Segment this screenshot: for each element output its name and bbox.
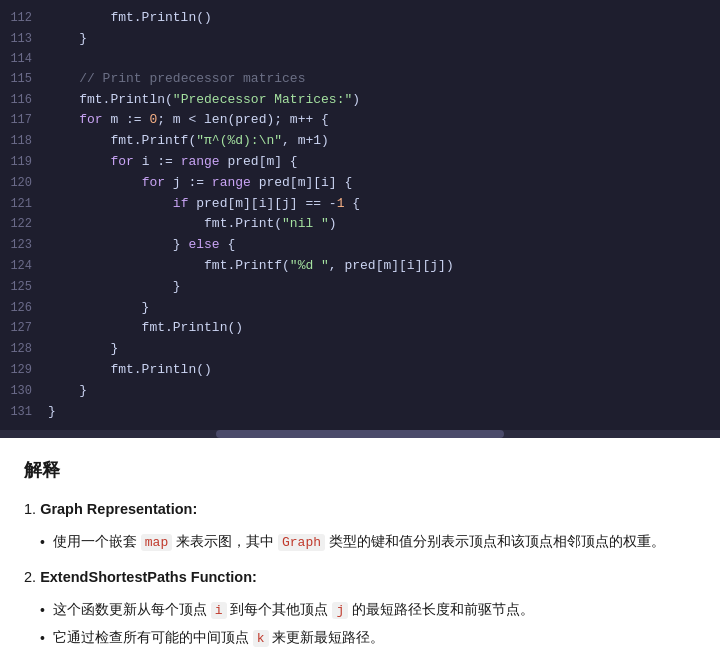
- code-token: , m+1): [282, 133, 329, 148]
- code-token: }: [48, 279, 181, 294]
- code-token: else: [188, 237, 219, 252]
- line-number: 121: [0, 195, 48, 214]
- sub-list: 这个函数更新从每个顶点 i 到每个其他顶点 j 的最短路径长度和前驱节点。它通过…: [24, 598, 696, 652]
- code-line: 130 }: [0, 381, 720, 402]
- line-content: fmt.Println(): [48, 360, 212, 381]
- code-token: range: [212, 175, 251, 190]
- line-content: for m := 0; m < len(pred); m++ {: [48, 110, 329, 131]
- line-number: 124: [0, 257, 48, 276]
- line-content: fmt.Printf("%d ", pred[m][i][j]): [48, 256, 454, 277]
- line-content: }: [48, 339, 118, 360]
- explanation-heading: 2. ExtendShortestPaths Function:: [24, 569, 257, 585]
- bullet-text: 这个函数更新从每个顶点 i 到每个其他顶点 j 的最短路径长度和前驱节点。: [53, 598, 534, 622]
- line-content: }: [48, 277, 181, 298]
- sub-list: 使用一个嵌套 map 来表示图，其中 Graph 类型的键和值分别表示顶点和该顶…: [24, 530, 696, 555]
- line-number: 122: [0, 215, 48, 234]
- line-number: 118: [0, 132, 48, 151]
- line-number: 116: [0, 91, 48, 110]
- code-token: [48, 175, 142, 190]
- code-token: ; m < len(pred); m++ {: [157, 112, 329, 127]
- code-token: if: [173, 196, 189, 211]
- code-line: 113 }: [0, 29, 720, 50]
- bullet-item: 它通过检查所有可能的中间顶点 k 来更新最短路径。: [40, 626, 696, 651]
- code-token: ): [352, 92, 360, 107]
- explanation-item: 1. Graph Representation:使用一个嵌套 map 来表示图，…: [24, 498, 696, 554]
- line-content: fmt.Print("nil "): [48, 214, 337, 235]
- code-token: j :=: [165, 175, 212, 190]
- code-line: 124 fmt.Printf("%d ", pred[m][i][j]): [0, 256, 720, 277]
- code-token: "%d ": [290, 258, 329, 273]
- code-token: pred[m][i][j] == -: [188, 196, 336, 211]
- code-line: 117 for m := 0; m < len(pred); m++ {: [0, 110, 720, 131]
- line-number: 113: [0, 30, 48, 49]
- code-token: {: [220, 237, 236, 252]
- line-number: 128: [0, 340, 48, 359]
- code-token: [48, 112, 79, 127]
- code-token: // Print predecessor matrices: [79, 71, 305, 86]
- code-token: }: [48, 31, 87, 46]
- line-number: 117: [0, 111, 48, 130]
- line-number: 112: [0, 9, 48, 28]
- line-content: } else {: [48, 235, 235, 256]
- code-line: 123 } else {: [0, 235, 720, 256]
- inline-code: map: [141, 534, 172, 551]
- line-content: if pred[m][i][j] == -1 {: [48, 194, 360, 215]
- code-token: }: [48, 341, 118, 356]
- code-token: fmt.Println(: [48, 92, 173, 107]
- line-number: 130: [0, 382, 48, 401]
- code-block: 112 fmt.Println()113 }114115 // Print pr…: [0, 0, 720, 430]
- code-token: "π^(%d):\n": [196, 133, 282, 148]
- explanation-heading: 1. Graph Representation:: [24, 501, 197, 517]
- explanation-section: 解释 1. Graph Representation:使用一个嵌套 map 来表…: [0, 438, 720, 660]
- code-line: 116 fmt.Println("Predecessor Matrices:"): [0, 90, 720, 111]
- code-line: 125 }: [0, 277, 720, 298]
- line-number: 123: [0, 236, 48, 255]
- code-line: 131}: [0, 402, 720, 423]
- line-content: fmt.Println(): [48, 8, 212, 29]
- code-token: "nil ": [282, 216, 329, 231]
- inline-code: i: [211, 602, 227, 619]
- code-line: 114: [0, 50, 720, 69]
- line-number: 114: [0, 50, 48, 69]
- line-content: }: [48, 402, 56, 423]
- code-line: 128 }: [0, 339, 720, 360]
- code-token: fmt.Print(: [48, 216, 282, 231]
- code-token: fmt.Printf(: [48, 133, 196, 148]
- code-line: 118 fmt.Printf("π^(%d):\n", m+1): [0, 131, 720, 152]
- code-token: m :=: [103, 112, 150, 127]
- code-token: }: [48, 383, 87, 398]
- explanation-title: 解释: [24, 458, 696, 482]
- inline-code: j: [332, 602, 348, 619]
- bullet-item: 使用一个嵌套 map 来表示图，其中 Graph 类型的键和值分别表示顶点和该顶…: [40, 530, 696, 555]
- line-number: 119: [0, 153, 48, 172]
- code-token: [48, 154, 110, 169]
- code-line: 115 // Print predecessor matrices: [0, 69, 720, 90]
- line-number: 115: [0, 70, 48, 89]
- horizontal-scrollbar[interactable]: [0, 430, 720, 438]
- code-token: fmt.Printf(: [48, 258, 290, 273]
- code-token: ): [329, 216, 337, 231]
- code-token: for: [142, 175, 165, 190]
- line-number: 131: [0, 403, 48, 422]
- explanation-item: 2. ExtendShortestPaths Function:这个函数更新从每…: [24, 566, 696, 651]
- line-content: fmt.Println("Predecessor Matrices:"): [48, 90, 360, 111]
- code-line: 129 fmt.Println(): [0, 360, 720, 381]
- code-token: i :=: [134, 154, 181, 169]
- bullet-item: 这个函数更新从每个顶点 i 到每个其他顶点 j 的最短路径长度和前驱节点。: [40, 598, 696, 623]
- code-line: 122 fmt.Print("nil "): [0, 214, 720, 235]
- line-content: for j := range pred[m][i] {: [48, 173, 352, 194]
- code-line: 121 if pred[m][i][j] == -1 {: [0, 194, 720, 215]
- code-token: }: [48, 237, 188, 252]
- line-content: // Print predecessor matrices: [48, 69, 305, 90]
- line-number: 126: [0, 299, 48, 318]
- line-content: for i := range pred[m] {: [48, 152, 298, 173]
- code-line: 127 fmt.Println(): [0, 318, 720, 339]
- scrollbar-thumb[interactable]: [216, 430, 504, 438]
- code-token: fmt.Println(): [48, 10, 212, 25]
- code-token: range: [181, 154, 220, 169]
- code-token: }: [48, 404, 56, 419]
- line-number: 120: [0, 174, 48, 193]
- code-token: "Predecessor Matrices:": [173, 92, 352, 107]
- line-content: }: [48, 298, 149, 319]
- line-content: fmt.Println(): [48, 318, 243, 339]
